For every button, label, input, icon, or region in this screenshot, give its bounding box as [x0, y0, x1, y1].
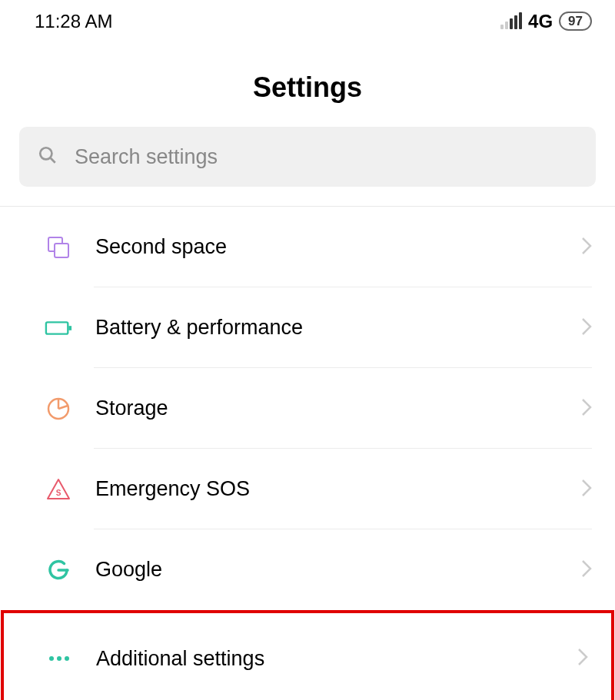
settings-item-storage[interactable]: Storage [0, 368, 615, 449]
status-time: 11:28 AM [35, 11, 112, 32]
chevron-right-icon [581, 317, 592, 339]
chevron-right-icon [577, 648, 588, 669]
settings-item-google[interactable]: Google [0, 529, 615, 610]
chevron-right-icon [581, 559, 592, 581]
svg-line-1 [51, 158, 55, 163]
svg-rect-3 [55, 244, 68, 257]
signal-icon [500, 14, 522, 29]
battery-indicator: 97 [559, 12, 592, 31]
battery-icon [45, 314, 72, 342]
svg-text:S: S [56, 489, 62, 497]
settings-item-label: Emergency SOS [95, 477, 581, 501]
svg-point-11 [49, 656, 54, 661]
status-bar: 11:28 AM 4G 97 [0, 0, 615, 42]
second-space-icon [45, 234, 72, 261]
chevron-right-icon [581, 237, 592, 258]
google-icon [45, 556, 72, 584]
settings-item-label: Battery & performance [95, 316, 581, 340]
chevron-right-icon [581, 479, 592, 500]
search-input[interactable]: Search settings [19, 127, 596, 187]
highlight-box: Additional settings [1, 610, 614, 700]
settings-item-label: Additional settings [96, 647, 577, 671]
settings-item-second-space[interactable]: Second space [0, 207, 615, 287]
search-icon [38, 145, 58, 168]
network-type: 4G [528, 11, 553, 32]
page-title: Settings [0, 42, 615, 127]
svg-rect-4 [46, 322, 68, 333]
status-indicators: 4G 97 [500, 11, 592, 32]
svg-point-0 [40, 148, 52, 159]
storage-icon [45, 395, 72, 423]
settings-item-battery[interactable]: Battery & performance [0, 287, 615, 368]
settings-item-label: Second space [95, 235, 581, 259]
search-placeholder: Search settings [75, 145, 218, 169]
settings-item-label: Storage [95, 396, 581, 420]
svg-line-8 [58, 406, 68, 409]
svg-point-13 [65, 656, 69, 661]
settings-item-label: Google [95, 558, 581, 582]
chevron-right-icon [581, 398, 592, 420]
svg-point-12 [57, 656, 62, 661]
settings-item-emergency-sos[interactable]: S Emergency SOS [0, 449, 615, 529]
more-icon [45, 645, 73, 672]
search-container: Search settings [0, 127, 615, 206]
settings-item-additional[interactable]: Additional settings [4, 613, 611, 700]
emergency-sos-icon: S [45, 476, 72, 503]
svg-rect-5 [68, 326, 71, 330]
